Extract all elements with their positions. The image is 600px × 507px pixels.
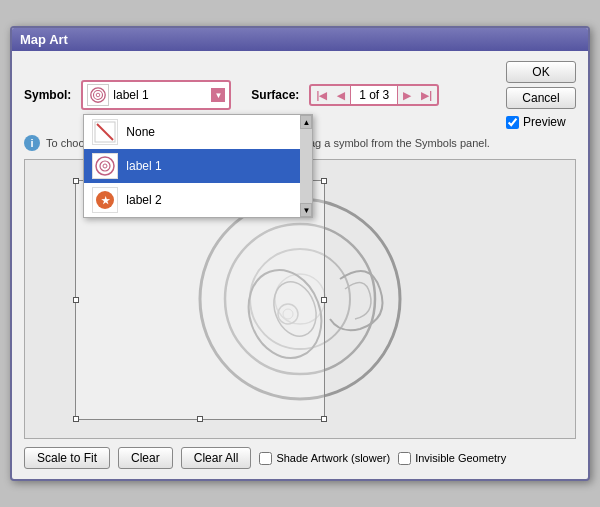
handle-bm[interactable] [197, 416, 203, 422]
dialog-title: Map Art [20, 32, 68, 47]
invisible-geometry-checkbox[interactable] [398, 452, 411, 465]
preview-container: Preview [506, 115, 576, 129]
handle-bl[interactable] [73, 416, 79, 422]
bottom-row: Scale to Fit Clear Clear All Shade Artwo… [24, 447, 576, 469]
invisible-geometry-label[interactable]: Invisible Geometry [415, 452, 506, 464]
symbol-icon [87, 84, 109, 106]
handle-ml[interactable] [73, 297, 79, 303]
dialog-body: Symbol: label 1 ▼ [12, 51, 588, 479]
info-icon: i [24, 135, 40, 151]
symbol-dropdown-menu: None label 1 [83, 114, 313, 218]
symbol-label: Symbol: [24, 88, 71, 102]
preview-checkbox[interactable] [506, 116, 519, 129]
shade-artwork-container: Shade Artwork (slower) [259, 452, 390, 465]
title-bar: Map Art [12, 28, 588, 51]
shade-artwork-label[interactable]: Shade Artwork (slower) [276, 452, 390, 464]
top-row: Symbol: label 1 ▼ [24, 61, 576, 129]
dropdown-item-label2[interactable]: ★ label 2 [84, 183, 312, 217]
svg-text:★: ★ [101, 195, 111, 206]
handle-mr[interactable] [321, 297, 327, 303]
surface-last-btn[interactable]: ▶| [416, 88, 437, 103]
handle-tr[interactable] [321, 178, 327, 184]
svg-point-2 [97, 93, 101, 97]
symbol-text: label 1 [113, 88, 207, 102]
scale-to-fit-button[interactable]: Scale to Fit [24, 447, 110, 469]
dialog-buttons: OK Cancel Preview [506, 61, 576, 129]
surface-label: Surface: [251, 88, 299, 102]
surface-prev-btn[interactable]: ◀ [332, 88, 350, 103]
handle-br[interactable] [321, 416, 327, 422]
dropdown-scrollbar: ▲ ▼ [300, 115, 312, 217]
dropdown-arrow-icon[interactable]: ▼ [211, 88, 225, 102]
svg-point-0 [91, 88, 105, 102]
symbol-selector[interactable]: label 1 ▼ None [81, 80, 231, 110]
surface-first-btn[interactable]: |◀ [311, 88, 332, 103]
dropdown-item-label2-text: label 2 [126, 193, 161, 207]
dropdown-item-none-label: None [126, 125, 155, 139]
svg-point-7 [103, 164, 107, 168]
label1-icon [92, 153, 118, 179]
invisible-geometry-container: Invisible Geometry [398, 452, 506, 465]
map-art-dialog: Map Art Symbol: label 1 ▼ [10, 26, 590, 481]
preview-label[interactable]: Preview [523, 115, 566, 129]
scroll-thumb [300, 129, 312, 203]
handle-tl[interactable] [73, 178, 79, 184]
scroll-down-btn[interactable]: ▼ [300, 203, 312, 217]
scroll-up-btn[interactable]: ▲ [300, 115, 312, 129]
cancel-button[interactable]: Cancel [506, 87, 576, 109]
ok-button[interactable]: OK [506, 61, 576, 83]
shade-artwork-checkbox[interactable] [259, 452, 272, 465]
clear-all-button[interactable]: Clear All [181, 447, 252, 469]
svg-point-5 [96, 157, 114, 175]
symbol-icon-svg [89, 86, 107, 104]
dropdown-item-label1[interactable]: label 1 [84, 149, 312, 183]
svg-point-1 [94, 91, 103, 100]
surface-next-btn[interactable]: ▶ [398, 88, 416, 103]
dropdown-item-label1-text: label 1 [126, 159, 161, 173]
clear-button[interactable]: Clear [118, 447, 173, 469]
surface-nav: |◀ ◀ 1 of 3 ▶ ▶| [309, 84, 439, 106]
surface-count: 1 of 3 [350, 86, 398, 104]
none-icon [92, 119, 118, 145]
svg-point-6 [100, 161, 110, 171]
dropdown-item-none[interactable]: None [84, 115, 312, 149]
label2-icon: ★ [92, 187, 118, 213]
